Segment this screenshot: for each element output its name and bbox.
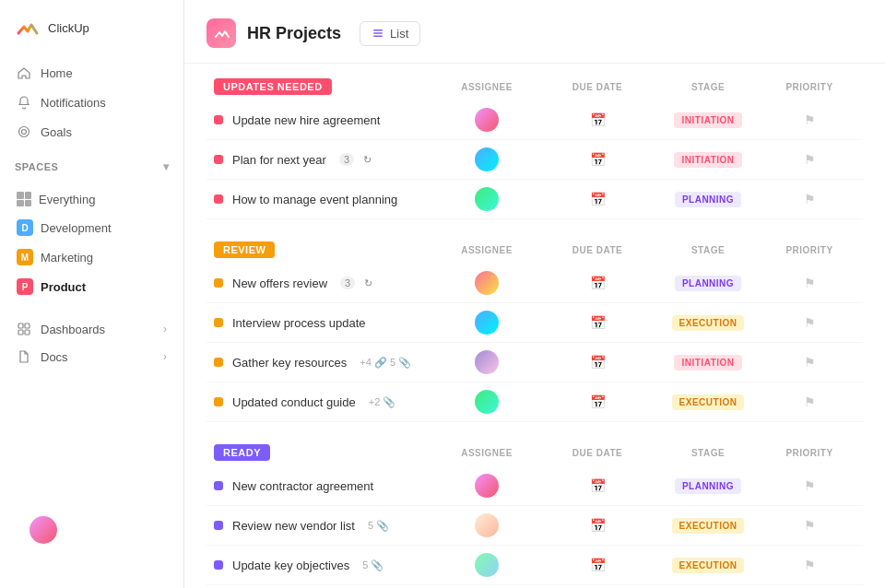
bottom-nav: Dashboards › Docs › [0, 315, 183, 370]
user-avatar-area[interactable] [0, 501, 183, 573]
table-row[interactable]: Update new hire agreement 📅 INITIATION ⚑ [206, 100, 863, 140]
task-dot [214, 194, 223, 204]
nav-docs[interactable]: Docs › [7, 343, 176, 370]
priority-cell: ⚑ [763, 315, 856, 330]
space-product-label: Product [41, 280, 86, 294]
col-priority-1: PRIORITY [763, 245, 856, 255]
user-avatar[interactable] [30, 516, 57, 544]
nav-notifications[interactable]: Notifications [7, 88, 176, 116]
refresh-icon: ↻ [364, 277, 372, 289]
col-assignee-1: ASSIGNEE [431, 245, 542, 255]
space-marketing[interactable]: M Marketing [7, 243, 176, 271]
stage-badge: PLANNING [675, 192, 741, 207]
section-review-header: REVIEW ASSIGNEE DUE DATE STAGE PRIORITY [206, 241, 863, 264]
priority-cell: ⚑ [763, 152, 856, 167]
stage-badge: EXECUTION [672, 518, 745, 534]
docs-left: Docs [17, 349, 68, 364]
spaces-header[interactable]: Spaces ▾ [15, 160, 169, 173]
section-ready-label: READY [214, 444, 270, 461]
main-header: HR Projects List [184, 0, 885, 64]
space-marketing-badge: M [17, 249, 33, 265]
sidebar: ClickUp Home Notifications Goals S [0, 0, 184, 588]
svg-point-1 [22, 130, 27, 135]
avatar [475, 350, 499, 374]
project-title: HR Projects [247, 24, 341, 43]
attach-meta: +2 📎 [369, 396, 396, 408]
nav-goals[interactable]: Goals [7, 118, 176, 146]
col-stage-0: STAGE [653, 82, 763, 92]
table-row[interactable]: Review new vendor list 5 📎 📅 EXECUTION ⚑ [206, 506, 863, 546]
section-ready-header: READY ASSIGNEE DUE DATE STAGE PRIORITY [206, 444, 863, 466]
section-review: REVIEW ASSIGNEE DUE DATE STAGE PRIORITY … [206, 241, 863, 422]
svg-point-0 [19, 127, 30, 137]
avatar [475, 271, 499, 295]
space-product[interactable]: P Product [7, 273, 176, 300]
nav-home-label: Home [41, 66, 73, 80]
stage-badge: EXECUTION [672, 315, 745, 331]
nav-dashboards[interactable]: Dashboards › [7, 315, 176, 343]
main-area: HR Projects List UPDATES NEEDED ASSIGNEE… [184, 0, 885, 588]
stage-badge: EXECUTION [672, 394, 745, 410]
task-name: Gather key resources [232, 356, 347, 370]
col-priority-2: PRIORITY [763, 448, 856, 458]
logo: ClickUp [0, 15, 183, 59]
task-dot [214, 560, 223, 570]
nav-home[interactable]: Home [7, 59, 176, 87]
spaces-chevron: ▾ [163, 160, 170, 173]
refresh-icon: ↻ [363, 154, 372, 166]
space-development-badge: D [17, 219, 33, 236]
table-row[interactable]: Interview process update 📅 EXECUTION ⚑ [206, 303, 863, 343]
priority-cell: ⚑ [763, 518, 856, 533]
due-date-cell: 📅 [542, 276, 653, 290]
task-badge: 3 [340, 276, 355, 289]
stage-badge: EXECUTION [672, 558, 745, 573]
space-everything[interactable]: Everything [7, 186, 176, 212]
col-stage-1: STAGE [653, 245, 763, 255]
due-date-cell: 📅 [542, 192, 653, 206]
table-row[interactable]: Plan for next year 3 ↻ 📅 INITIATION ⚑ [206, 140, 863, 180]
table-row[interactable]: New contractor agreement 📅 PLANNING ⚑ [206, 466, 863, 506]
svg-rect-8 [373, 36, 383, 38]
view-list-label: List [390, 27, 408, 41]
space-development[interactable]: D Development [7, 214, 176, 241]
col-assignee-0: ASSIGNEE [431, 82, 542, 92]
avatar [475, 311, 499, 335]
table-row[interactable]: Gather key resources +4 🔗 5 📎 📅 INITIATI… [206, 343, 863, 382]
stage-badge: PLANNING [675, 276, 741, 291]
task-dot [214, 481, 223, 490]
due-date-cell: 📅 [542, 152, 653, 167]
list-view-icon [372, 27, 384, 40]
avatar [475, 553, 499, 577]
due-date-cell: 📅 [542, 112, 653, 127]
priority-cell: ⚑ [763, 112, 856, 127]
view-list-button[interactable]: List [360, 21, 420, 46]
task-dot [214, 397, 223, 406]
dashboards-label: Dashboards [41, 323, 105, 336]
target-icon [17, 124, 31, 139]
task-dot [214, 521, 223, 530]
task-name: Interview process update [232, 316, 366, 330]
section-review-label: REVIEW [214, 241, 275, 258]
task-dot [214, 115, 223, 124]
col-duedate-0: DUE DATE [542, 82, 653, 92]
dashboards-left: Dashboards [17, 322, 105, 336]
table-row[interactable]: New offers review 3 ↻ 📅 PLANNING ⚑ [206, 264, 863, 303]
clickup-logo-icon [15, 15, 41, 41]
priority-cell: ⚑ [763, 478, 856, 493]
main-nav: Home Notifications Goals [0, 59, 183, 146]
table-row[interactable]: How to manage event planning 📅 PLANNING … [206, 180, 863, 219]
attach-meta: +4 🔗 5 📎 [360, 357, 411, 369]
spaces-list: Everything D Development M Marketing P P… [0, 186, 183, 300]
home-icon [17, 65, 31, 80]
table-row[interactable]: Update key objectives 5 📎 📅 EXECUTION ⚑ [206, 546, 863, 585]
attach-meta: 5 📎 [362, 559, 384, 571]
table-row[interactable]: Updated conduct guide +2 📎 📅 EXECUTION ⚑ [206, 382, 863, 422]
due-date-cell: 📅 [542, 478, 653, 493]
svg-rect-4 [18, 330, 23, 335]
due-date-cell: 📅 [542, 518, 653, 533]
task-dot [214, 278, 223, 288]
task-dot [214, 318, 223, 327]
svg-rect-5 [25, 330, 30, 335]
docs-chevron: › [163, 350, 167, 363]
attach-meta: 5 📎 [368, 520, 389, 532]
